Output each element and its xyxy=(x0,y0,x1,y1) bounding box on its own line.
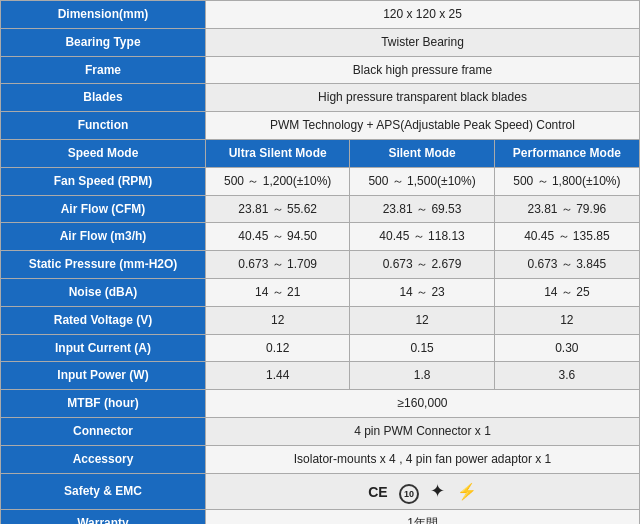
row-label-11: Rated Voltage (V) xyxy=(1,306,206,334)
row-label-6: Fan Speed (RPM) xyxy=(1,167,206,195)
row-label-8: Air Flow (m3/h) xyxy=(1,223,206,251)
row-label-5: Speed Mode xyxy=(1,139,206,167)
row-value-12-0: 0.12 xyxy=(206,334,350,362)
row-value-7-2: 23.81 ～ 79.96 xyxy=(494,195,639,223)
row-value-5-1: Silent Mode xyxy=(350,139,494,167)
row-value-11-2: 12 xyxy=(494,306,639,334)
row-label-16: Accessory xyxy=(1,445,206,473)
circle-icon: 10 xyxy=(399,484,419,504)
row-value-14: ≥160,000 xyxy=(206,390,640,418)
row-value-3: High pressure transparent black blades xyxy=(206,84,640,112)
safety-icons: CE 10 ✦ ⚡ xyxy=(206,473,640,509)
row-value-9-1: 0.673 ～ 2.679 xyxy=(350,251,494,279)
row-value-5-2: Performance Mode xyxy=(494,139,639,167)
row-value-15: 4 pin PWM Connector x 1 xyxy=(206,417,640,445)
row-value-11-0: 12 xyxy=(206,306,350,334)
lightning-icon: ⚡ xyxy=(457,483,477,500)
row-value-9-0: 0.673 ～ 1.709 xyxy=(206,251,350,279)
row-label-3: Blades xyxy=(1,84,206,112)
row-label-15: Connector xyxy=(1,417,206,445)
cert-icon: ✦ xyxy=(430,481,445,501)
row-value-18: 1年間 xyxy=(206,509,640,524)
row-value-13-2: 3.6 xyxy=(494,362,639,390)
row-label-13: Input Power (W) xyxy=(1,362,206,390)
row-label-12: Input Current (A) xyxy=(1,334,206,362)
row-label-1: Bearing Type xyxy=(1,28,206,56)
row-value-4: PWM Technology + APS(Adjustable Peak Spe… xyxy=(206,112,640,140)
row-value-9-2: 0.673 ～ 3.845 xyxy=(494,251,639,279)
row-value-7-0: 23.81 ～ 55.62 xyxy=(206,195,350,223)
row-value-10-2: 14 ～ 25 xyxy=(494,278,639,306)
row-label-18: Warranty xyxy=(1,509,206,524)
row-value-11-1: 12 xyxy=(350,306,494,334)
row-value-13-1: 1.8 xyxy=(350,362,494,390)
row-label-9: Static Pressure (mm-H2O) xyxy=(1,251,206,279)
ce-icon: CE xyxy=(368,484,387,500)
row-value-7-1: 23.81 ～ 69.53 xyxy=(350,195,494,223)
row-label-17: Safety & EMC xyxy=(1,473,206,509)
row-value-6-0: 500 ～ 1,200(±10%) xyxy=(206,167,350,195)
row-value-5-0: Ultra Silent Mode xyxy=(206,139,350,167)
row-value-1: Twister Bearing xyxy=(206,28,640,56)
row-value-2: Black high pressure frame xyxy=(206,56,640,84)
row-value-10-0: 14 ～ 21 xyxy=(206,278,350,306)
row-label-14: MTBF (hour) xyxy=(1,390,206,418)
row-value-6-2: 500 ～ 1,800(±10%) xyxy=(494,167,639,195)
row-value-13-0: 1.44 xyxy=(206,362,350,390)
row-label-2: Frame xyxy=(1,56,206,84)
row-value-12-1: 0.15 xyxy=(350,334,494,362)
row-label-4: Function xyxy=(1,112,206,140)
row-value-8-2: 40.45 ～ 135.85 xyxy=(494,223,639,251)
row-value-0: 120 x 120 x 25 xyxy=(206,1,640,29)
row-label-0: Dimension(mm) xyxy=(1,1,206,29)
row-value-12-2: 0.30 xyxy=(494,334,639,362)
row-label-7: Air Flow (CFM) xyxy=(1,195,206,223)
row-value-6-1: 500 ～ 1,500(±10%) xyxy=(350,167,494,195)
row-value-8-0: 40.45 ～ 94.50 xyxy=(206,223,350,251)
specs-table: Dimension(mm)120 x 120 x 25Bearing TypeT… xyxy=(0,0,640,524)
row-label-10: Noise (dBA) xyxy=(1,278,206,306)
row-value-10-1: 14 ～ 23 xyxy=(350,278,494,306)
row-value-8-1: 40.45 ～ 118.13 xyxy=(350,223,494,251)
row-value-16: Isolator-mounts x 4 , 4 pin fan power ad… xyxy=(206,445,640,473)
